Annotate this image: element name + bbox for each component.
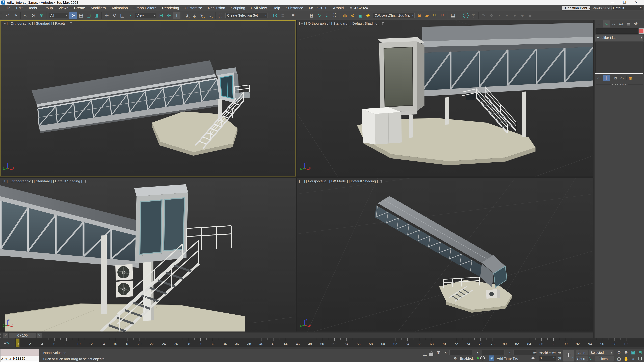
material-editor-icon[interactable]: ◍ xyxy=(341,11,349,19)
timeline-ruler[interactable]: ≡∿ 0246810121416182022242628303234363840… xyxy=(0,338,644,347)
x-coordinate-field[interactable] xyxy=(450,350,472,355)
reference-coordinate-system-dropdown[interactable]: View xyxy=(135,12,156,18)
menu-item-file[interactable]: File xyxy=(2,6,13,10)
zoom-region-icon[interactable]: ▢ xyxy=(616,356,622,362)
bind-to-space-warp-icon[interactable]: ≋ xyxy=(37,11,45,19)
undo-icon[interactable]: ↶ xyxy=(4,11,12,19)
select-by-name-icon[interactable]: ▤ xyxy=(77,11,85,19)
dot-medium-icon[interactable]: ● xyxy=(503,11,511,19)
transform-gizmo-icon[interactable]: ✛ xyxy=(423,353,427,358)
align-icon[interactable]: ≣ xyxy=(279,11,287,19)
content-explorer-icon[interactable]: ⠿ xyxy=(331,11,338,19)
menu-item-views[interactable]: Views xyxy=(56,6,71,10)
menu-item-substance[interactable]: Substance xyxy=(283,6,306,10)
modify-tab[interactable]: ∿ xyxy=(602,20,610,27)
menu-item-create[interactable]: Create xyxy=(71,6,88,10)
dot-large-icon[interactable]: ● xyxy=(511,11,518,19)
viewport-top-right[interactable]: z x y [ + ] [ Orthographic ] [ Standard … xyxy=(297,20,593,176)
show-end-result-icon[interactable]: ∥ xyxy=(603,75,610,81)
check-circle-icon[interactable]: ✓ xyxy=(462,11,470,19)
modifier-list-dropdown[interactable]: Modifier List xyxy=(595,35,643,41)
menu-item-edit[interactable]: Edit xyxy=(13,6,25,10)
render-settings-icon[interactable]: ⚙ xyxy=(416,11,423,19)
configure-modifier-sets-icon[interactable]: ▦ xyxy=(628,75,634,81)
dot-xlarge-icon[interactable]: ● xyxy=(518,11,526,19)
motion-tab[interactable]: ◎ xyxy=(617,20,625,27)
snap-toggle-3d-icon[interactable]: 3 xyxy=(183,11,191,19)
pin-stack-icon[interactable]: ⍟ xyxy=(594,75,601,81)
select-and-place-icon[interactable]: ◔ xyxy=(126,11,134,19)
frame-spinner[interactable]: ▲▼ xyxy=(553,356,555,360)
listener-script-row[interactable]: # v # MISSED xyxy=(0,356,39,362)
menu-item-tools[interactable]: Tools xyxy=(25,6,40,10)
keyboard-shortcut-override-icon[interactable]: ↑ xyxy=(173,11,180,19)
mini-curve-editor-icon[interactable]: ≡∿ xyxy=(4,340,10,345)
plus-tool-icon[interactable]: ✛ xyxy=(488,11,496,19)
select-and-manipulate-icon[interactable]: ✜ xyxy=(165,11,173,19)
play-icon[interactable]: ▶ xyxy=(544,350,550,356)
next-frame-arrow[interactable]: > xyxy=(36,333,42,338)
maximize-viewport-icon[interactable]: ❏ xyxy=(636,356,644,362)
selection-filter-dropdown[interactable]: All xyxy=(49,12,68,18)
time-slider-value[interactable]: 0 / 100 xyxy=(9,333,36,338)
close-button[interactable]: ✕ xyxy=(632,0,640,5)
menu-item-modifiers[interactable]: Modifiers xyxy=(88,6,108,10)
rollout-separator[interactable]: ● ● ● ● ● ● xyxy=(596,84,643,85)
menu-item-arnold[interactable]: Arnold xyxy=(330,6,347,10)
select-and-rotate-icon[interactable]: ↻ xyxy=(111,11,118,19)
jetway-model[interactable] xyxy=(0,184,245,332)
viewport-filter-icon[interactable] xyxy=(380,180,383,183)
rendered-frame-window-icon[interactable]: ▣ xyxy=(356,11,364,19)
viewport-bottom-right[interactable]: z x y [ + ] [ Perspective ] [ DX Mode ] … xyxy=(297,178,593,332)
next-frame-icon[interactable]: ⇢ xyxy=(550,350,556,356)
modifier-stack-list[interactable] xyxy=(595,42,643,73)
viewport-label[interactable]: [ + ] [ Orthographic ] [ Standard ] [ De… xyxy=(2,179,87,183)
pencil-tool-icon[interactable]: ✎ xyxy=(480,11,488,19)
jetway-model[interactable] xyxy=(375,196,512,313)
render-setup-icon[interactable]: ⚙ xyxy=(349,11,356,19)
project-folder-dropdown[interactable]: C:\Users\Chri...\3ds Max 202( xyxy=(373,12,414,18)
display-tab[interactable]: ▤ xyxy=(625,20,632,27)
maximize-button[interactable]: ❐ xyxy=(620,0,628,5)
orbit-icon[interactable]: ♁ xyxy=(630,356,636,362)
render-presets-icon[interactable]: ⧉ xyxy=(439,11,446,19)
make-unique-icon[interactable]: ⧉ xyxy=(612,75,619,81)
toggle-ribbon-icon[interactable]: ▦ xyxy=(308,11,315,19)
menu-item-graph-editors[interactable]: Graph Editors xyxy=(131,6,159,10)
minimize-button[interactable]: — xyxy=(609,0,617,5)
batch-render-icon[interactable]: ⧉ xyxy=(431,11,439,19)
named-selection-sets-dropdown[interactable]: Create Selection Set xyxy=(226,12,268,18)
menu-item-msfs2020[interactable]: MSFS2020 xyxy=(306,6,330,10)
object-name-field[interactable] xyxy=(596,28,638,33)
viewport-label[interactable]: [ + ] [ Orthographic ] [ Standard ] [ Fa… xyxy=(2,21,72,25)
go-to-end-icon[interactable]: ⇥ xyxy=(556,350,562,356)
user-account-button[interactable]: Christian Bahr ▾ xyxy=(562,6,590,10)
window-crossing-icon[interactable]: ◨ xyxy=(92,11,100,19)
zoom-icon[interactable]: ⊙ xyxy=(616,350,622,356)
shield-icon[interactable]: ❖ xyxy=(453,356,457,361)
viewport-filter-icon[interactable] xyxy=(84,180,87,183)
time-configuration-icon[interactable]: ◷ xyxy=(558,356,562,361)
select-and-link-icon[interactable]: ∞ xyxy=(22,11,30,19)
add-time-tag[interactable]: Add Time Tag xyxy=(497,357,518,361)
menu-item-civil-view[interactable]: Civil View xyxy=(248,6,270,10)
viewport-top-left[interactable]: z x y [ + ] [ Orthographic ] [ Standard … xyxy=(0,20,296,176)
set-key-button[interactable]: Set K. xyxy=(576,356,588,362)
viewport-label[interactable]: [ + ] [ Orthographic ] [ Standard ] [ De… xyxy=(299,21,384,25)
zoom-all-icon[interactable]: ⊕ xyxy=(622,350,630,356)
time-tag-cube-icon[interactable]: ◈ xyxy=(489,356,494,361)
schematic-view-icon[interactable]: ↧ xyxy=(323,11,331,19)
menu-item-group[interactable]: Group xyxy=(40,6,56,10)
previous-frame-icon[interactable]: ⇠ xyxy=(538,350,544,356)
select-and-move-icon[interactable]: ✛ xyxy=(103,11,111,19)
viewport-filter-icon[interactable] xyxy=(381,22,384,25)
menu-item-customize[interactable]: Customize xyxy=(182,6,205,10)
listener-macro-row[interactable] xyxy=(0,350,39,356)
utilities-tab[interactable]: ⚒ xyxy=(632,20,640,27)
unlink-selection-icon[interactable]: ⊘ xyxy=(30,11,37,19)
toggle-scene-explorer-icon[interactable]: ≡ xyxy=(290,11,297,19)
key-mode-toggle-icon[interactable]: ◀▶ xyxy=(531,356,535,360)
pan-icon[interactable]: ✋ xyxy=(622,356,630,362)
mirror-icon[interactable]: ⋈ xyxy=(271,11,279,19)
timer-icon[interactable]: ◷ xyxy=(470,11,477,19)
